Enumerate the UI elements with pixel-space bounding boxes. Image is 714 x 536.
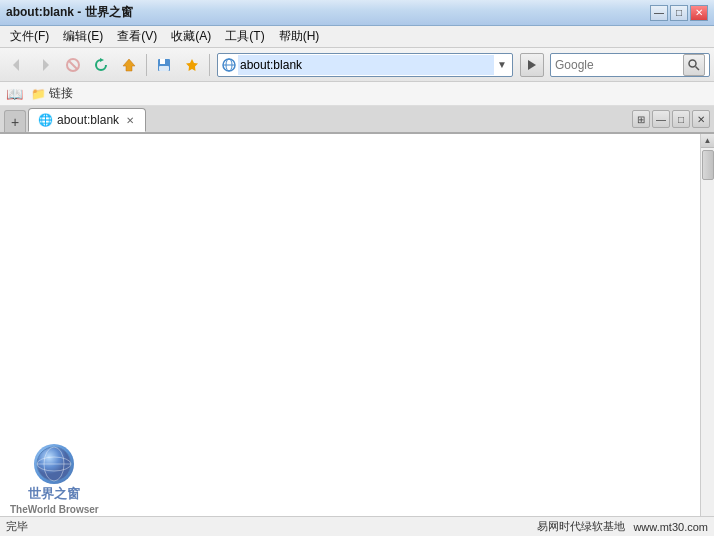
logo-brand-text: 世界之窗 TheWorld Browser (10, 486, 99, 516)
window-title: about:blank - 世界之窗 (6, 4, 133, 21)
status-bar: 完毕 易网时代绿软基地 www.mt30.com (0, 516, 714, 536)
favorites-button[interactable] (179, 52, 205, 78)
search-input[interactable] (553, 57, 683, 73)
minimize-button[interactable]: — (650, 5, 668, 21)
refresh-button[interactable] (88, 52, 114, 78)
bookmarks-folder-links[interactable]: 📁 链接 (27, 83, 77, 104)
address-dropdown-button[interactable]: ▼ (494, 54, 510, 76)
tabs-bar: + 🌐 about:blank ✕ ⊞ — □ ✕ (0, 106, 714, 134)
tab-favicon-0: 🌐 (37, 112, 53, 128)
svg-point-14 (689, 60, 696, 67)
menu-tools[interactable]: 工具(T) (219, 26, 270, 47)
tab-controls: ⊞ — □ ✕ (632, 110, 710, 128)
status-text: 完毕 (6, 519, 28, 534)
svg-marker-0 (13, 59, 19, 71)
advert-text-2: www.mt30.com (633, 521, 708, 533)
tab-close-0[interactable]: ✕ (123, 113, 137, 127)
back-button[interactable] (4, 52, 30, 78)
bookmarks-open-icon: 📖 (6, 86, 23, 102)
go-button[interactable] (520, 53, 544, 77)
advert-text-1: 易网时代绿软基地 (537, 519, 625, 534)
tab-min-button[interactable]: — (652, 110, 670, 128)
tab-restore-button[interactable]: □ (672, 110, 690, 128)
address-bar-icon (220, 56, 238, 74)
scroll-up-button[interactable]: ▲ (701, 134, 715, 148)
svg-rect-8 (159, 66, 169, 71)
new-tab-button[interactable]: + (4, 110, 26, 132)
svg-marker-4 (100, 58, 104, 62)
svg-marker-5 (123, 59, 135, 71)
folder-label: 链接 (49, 85, 73, 102)
home-button[interactable] (116, 52, 142, 78)
address-input[interactable] (238, 55, 494, 75)
toolbar-separator-1 (146, 54, 147, 76)
save-button[interactable] (151, 52, 177, 78)
toolbar: ▼ (0, 48, 714, 82)
address-bar[interactable]: ▼ (217, 53, 513, 77)
tab-grid-button[interactable]: ⊞ (632, 110, 650, 128)
menu-favorites[interactable]: 收藏(A) (165, 26, 217, 47)
close-button[interactable]: ✕ (690, 5, 708, 21)
menu-file[interactable]: 文件(F) (4, 26, 55, 47)
svg-marker-9 (186, 59, 198, 71)
svg-rect-7 (160, 59, 165, 64)
status-right: 易网时代绿软基地 www.mt30.com (537, 519, 708, 534)
svg-marker-1 (43, 59, 49, 71)
menu-view[interactable]: 查看(V) (111, 26, 163, 47)
scroll-thumb[interactable] (702, 150, 714, 180)
title-bar: about:blank - 世界之窗 — □ ✕ (0, 0, 714, 26)
svg-line-3 (69, 61, 77, 69)
search-button[interactable] (683, 54, 705, 76)
logo-line2: TheWorld Browser (10, 503, 99, 516)
menu-edit[interactable]: 编辑(E) (57, 26, 109, 47)
tab-label-0: about:blank (57, 113, 119, 127)
content-wrapper: 世界之窗 TheWorld Browser ▲ ▼ 完毕 易网时代绿软基地 ww… (0, 134, 714, 536)
menu-bar: 文件(F) 编辑(E) 查看(V) 收藏(A) 工具(T) 帮助(H) (0, 26, 714, 48)
logo-area: 世界之窗 TheWorld Browser (10, 444, 99, 516)
window-controls: — □ ✕ (650, 5, 708, 21)
folder-icon: 📁 (31, 87, 46, 101)
logo-icon (34, 444, 74, 484)
svg-marker-13 (528, 60, 536, 70)
menu-help[interactable]: 帮助(H) (273, 26, 326, 47)
toolbar-separator-2 (209, 54, 210, 76)
stop-button[interactable] (60, 52, 86, 78)
maximize-button[interactable]: □ (670, 5, 688, 21)
forward-button[interactable] (32, 52, 58, 78)
scrollbar: ▲ ▼ (700, 134, 714, 536)
logo-line1: 世界之窗 (10, 486, 99, 503)
bookmarks-bar: 📖 📁 链接 (0, 82, 714, 106)
svg-line-15 (696, 66, 700, 70)
tab-item-0[interactable]: 🌐 about:blank ✕ (28, 108, 146, 132)
tab-close-all-button[interactable]: ✕ (692, 110, 710, 128)
search-bar[interactable] (550, 53, 710, 77)
page-content (0, 134, 700, 536)
